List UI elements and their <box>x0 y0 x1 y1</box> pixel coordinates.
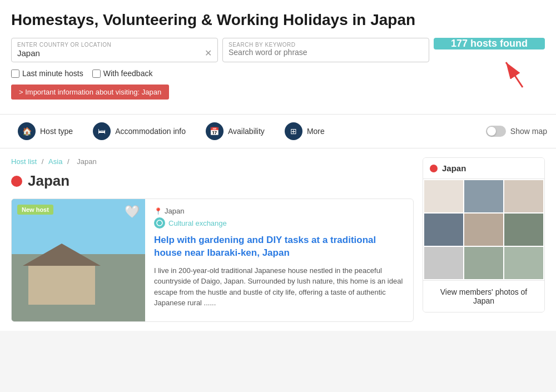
keyword-input[interactable] <box>229 48 423 57</box>
main-content: Host list / Asia / Japan Japan New host … <box>0 148 556 331</box>
breadcrumb-asia[interactable]: Asia <box>48 157 62 166</box>
with-feedback-input[interactable] <box>92 70 101 78</box>
more-icon: ⊞ <box>285 122 302 140</box>
results-count-button[interactable]: 177 hosts found <box>434 38 545 49</box>
show-map-label: Show map <box>510 127 547 136</box>
new-host-badge: New host <box>17 205 53 215</box>
photo-cell-3 <box>504 180 543 212</box>
photo-cell-1 <box>424 180 463 212</box>
accommodation-icon: 🛏 <box>93 122 111 140</box>
photo-cell-4 <box>424 214 463 246</box>
region-title-text: Japan <box>28 172 70 190</box>
right-sidebar: Japan View members' photos of Japan <box>423 157 545 322</box>
favorite-icon[interactable]: 🤍 <box>125 205 140 219</box>
last-minute-input[interactable] <box>11 70 19 78</box>
left-column: Host list / Asia / Japan Japan New host … <box>11 157 414 322</box>
listing-category-text: Cultural exchange <box>168 219 227 227</box>
listing-location: 📍 Japan <box>154 207 404 215</box>
listing-details: 📍 Japan Cultural exchange Help with g <box>145 199 413 321</box>
breadcrumb-sep1: / <box>42 157 46 166</box>
with-feedback-checkbox[interactable]: With feedback <box>92 69 153 78</box>
photo-cell-8 <box>464 247 503 279</box>
svg-point-2 <box>157 220 162 226</box>
listing-card: New host 🤍 📍 Japan <box>11 199 414 322</box>
pin-icon: 📍 <box>154 207 162 215</box>
breadcrumb-japan: Japan <box>77 157 96 166</box>
keyword-label: SEARCH BY KEYWORD <box>229 42 423 48</box>
availability-icon: 📅 <box>206 122 224 140</box>
region-dot <box>11 176 22 187</box>
filter-tabs: 🏠 Host type 🛏 Accommodation info 📅 Avail… <box>9 115 334 148</box>
location-input-wrap: ENTER COUNTRY OR LOCATION Japan ✕ <box>11 38 218 62</box>
photo-cell-7 <box>424 247 463 279</box>
tab-host-type[interactable]: 🏠 Host type <box>9 115 82 148</box>
photo-grid <box>423 179 544 280</box>
view-photos-button[interactable]: View members' photos of Japan <box>423 280 544 312</box>
listing-location-text: Japan <box>165 207 184 215</box>
accommodation-label: Accommodation info <box>115 127 186 136</box>
host-type-label: Host type <box>40 127 73 136</box>
location-label: ENTER COUNTRY OR LOCATION <box>17 42 212 48</box>
tab-accommodation-info[interactable]: 🛏 Accommodation info <box>84 115 195 148</box>
show-map-toggle[interactable]: Show map <box>486 126 547 137</box>
last-minute-checkbox[interactable]: Last minute hosts <box>11 69 83 78</box>
search-area: ENTER COUNTRY OR LOCATION Japan ✕ SEARCH… <box>11 38 545 62</box>
photo-cell-9 <box>504 247 543 279</box>
tab-availability[interactable]: 📅 Availability <box>197 115 274 148</box>
availability-label: Availability <box>228 127 265 136</box>
clear-location-icon[interactable]: ✕ <box>205 48 212 58</box>
breadcrumb: Host list / Asia / Japan <box>11 157 414 166</box>
region-title-row: Japan <box>11 172 414 190</box>
sidebar-japan-header: Japan <box>423 158 544 179</box>
sidebar-region-name: Japan <box>442 163 466 173</box>
category-icon <box>154 217 165 229</box>
more-label: More <box>307 127 325 136</box>
listing-description: I live in 200-year-old traditional Japan… <box>154 265 404 309</box>
location-value: Japan <box>17 48 40 58</box>
breadcrumb-host-list[interactable]: Host list <box>11 157 37 166</box>
listing-title[interactable]: Help with gardening and DIY tasks at a t… <box>154 234 404 260</box>
sidebar-dot <box>430 165 438 172</box>
listing-card-inner: New host 🤍 📍 Japan <box>12 199 413 321</box>
tab-more[interactable]: ⊞ More <box>276 115 334 148</box>
page-title: Homestays, Volunteering & Working Holida… <box>11 11 545 29</box>
toggle-knob <box>487 127 496 136</box>
breadcrumb-sep2: / <box>67 157 71 166</box>
sidebar-japan-box: Japan View members' photos of Japan <box>423 157 545 312</box>
listing-category: Cultural exchange <box>154 217 404 229</box>
keyword-input-wrap: SEARCH BY KEYWORD <box>222 38 429 62</box>
last-minute-label: Last minute hosts <box>22 69 83 78</box>
photo-cell-6 <box>504 214 543 246</box>
checkboxes-row: Last minute hosts With feedback <box>11 69 545 78</box>
filter-tabs-bar: 🏠 Host type 🛏 Accommodation info 📅 Avail… <box>0 114 556 148</box>
toggle-track <box>486 126 506 137</box>
host-type-icon: 🏠 <box>18 122 36 140</box>
with-feedback-label: With feedback <box>103 69 153 78</box>
photo-cell-2 <box>464 180 503 212</box>
photo-cell-5 <box>464 214 503 246</box>
info-banner[interactable]: > Important information about visiting: … <box>11 85 169 100</box>
listing-image-wrap: New host 🤍 <box>12 199 145 321</box>
